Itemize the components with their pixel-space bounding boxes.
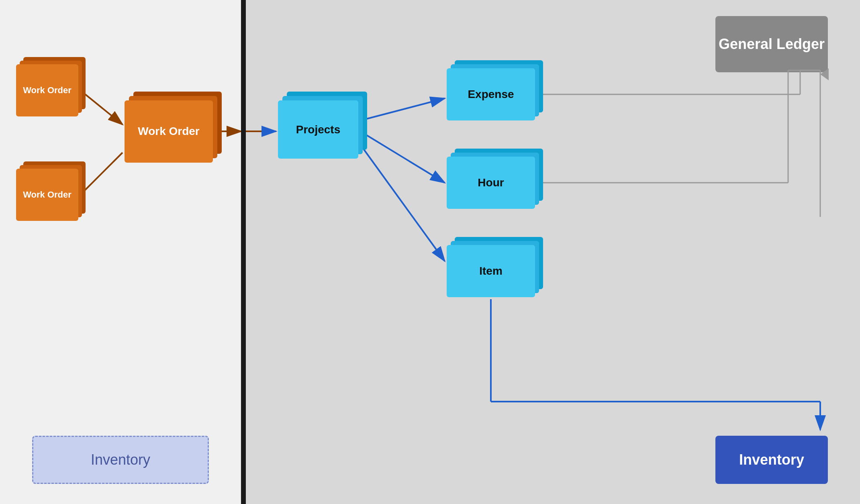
expense-label: Expense xyxy=(468,88,514,101)
general-ledger-label: General Ledger xyxy=(719,35,825,54)
panel-divider xyxy=(241,0,246,504)
inventory-right-label: Inventory xyxy=(739,451,804,468)
work-order-center-label: Work Order xyxy=(138,124,200,139)
svg-line-9 xyxy=(360,131,445,183)
right-panel: General Ledger Projects Expense Hour Ite… xyxy=(246,0,860,504)
item-label: Item xyxy=(479,265,503,278)
inventory-solid-box: Inventory xyxy=(715,436,828,484)
projects-label: Projects xyxy=(296,123,341,136)
inventory-dashed-box: Inventory xyxy=(32,436,209,484)
svg-line-1 xyxy=(80,90,123,124)
svg-line-2 xyxy=(80,153,123,195)
svg-line-10 xyxy=(360,145,445,261)
svg-line-8 xyxy=(360,98,445,120)
work-order-bottom-left-label: Work Order xyxy=(23,189,71,201)
general-ledger-box: General Ledger xyxy=(715,16,828,72)
right-panel-arrows xyxy=(246,0,860,504)
left-panel: Work Order Work Order Work Order Invento… xyxy=(0,0,241,504)
inventory-dashed-label: Inventory xyxy=(91,451,150,468)
work-order-top-left-label: Work Order xyxy=(23,85,71,96)
hour-label: Hour xyxy=(478,176,504,189)
